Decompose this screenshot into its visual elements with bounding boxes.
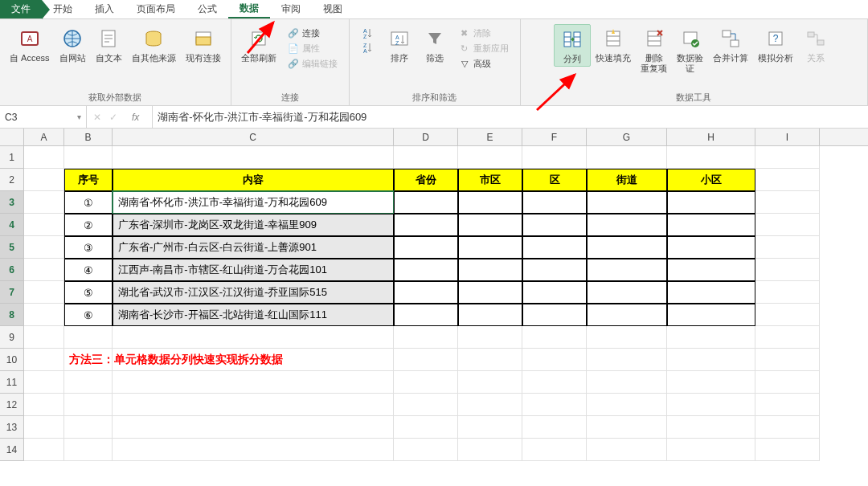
table-cell-content[interactable]: 湖北省-武汉市-江汉区-江汉街道-乔亚国际515 (113, 281, 394, 304)
cell[interactable] (587, 146, 667, 169)
table-cell[interactable] (458, 281, 522, 304)
cell[interactable] (755, 236, 820, 259)
table-cell[interactable] (458, 304, 522, 326)
cell[interactable] (458, 439, 522, 461)
cell[interactable] (24, 236, 64, 259)
cell[interactable] (458, 326, 522, 349)
clear-filter-item[interactable]: ✖清除 (456, 26, 512, 41)
cell[interactable] (64, 146, 113, 169)
cell[interactable] (522, 349, 587, 371)
cell[interactable] (667, 416, 755, 439)
select-all-corner[interactable] (0, 129, 24, 145)
col-header-e[interactable]: E (458, 129, 522, 145)
cell[interactable] (24, 259, 64, 281)
table-cell[interactable] (587, 281, 667, 304)
cell[interactable] (755, 259, 820, 281)
cell[interactable] (394, 371, 458, 394)
table-cell[interactable] (667, 214, 755, 236)
table-cell[interactable] (394, 304, 458, 326)
tab-review[interactable]: 审阅 (270, 0, 312, 18)
relationships-button[interactable]: 关系 (798, 24, 833, 65)
table-cell[interactable] (522, 191, 587, 214)
cell[interactable] (458, 416, 522, 439)
cell[interactable] (587, 439, 667, 461)
sort-button[interactable]: AZ 排序 (382, 24, 417, 65)
from-text-button[interactable]: 自文本 (91, 24, 127, 65)
cell[interactable] (64, 439, 113, 461)
cell[interactable] (24, 349, 64, 371)
cell[interactable] (113, 439, 394, 461)
cell[interactable] (458, 349, 522, 371)
cell[interactable] (24, 304, 64, 326)
cell[interactable] (394, 394, 458, 416)
table-cell-num[interactable]: ⑤ (64, 281, 113, 304)
cell[interactable] (113, 349, 394, 371)
table-cell[interactable] (587, 304, 667, 326)
cell[interactable] (394, 349, 458, 371)
cell[interactable] (64, 371, 113, 394)
table-cell[interactable] (394, 259, 458, 281)
cell[interactable] (458, 146, 522, 169)
cell[interactable] (113, 146, 394, 169)
cancel-icon[interactable]: ✕ (93, 112, 101, 123)
sort-desc-item[interactable]: ZA (358, 40, 379, 55)
table-cell-num[interactable]: ④ (64, 259, 113, 281)
cell[interactable] (587, 394, 667, 416)
cell[interactable] (755, 371, 820, 394)
table-cell[interactable] (667, 259, 755, 281)
cell[interactable] (667, 439, 755, 461)
whatif-button[interactable]: ? 模拟分析 (753, 24, 798, 65)
row-header-4[interactable]: 4 (0, 214, 24, 236)
consolidate-button[interactable]: 合并计算 (708, 24, 753, 65)
table-header-street[interactable]: 街道 (587, 169, 667, 191)
table-cell-content[interactable]: 湖南省-长沙市-开福区-北站街道-红山国际111 (113, 304, 394, 326)
cell[interactable] (587, 349, 667, 371)
cell[interactable] (458, 371, 522, 394)
note-cell[interactable]: 方法三：单元格数据分列快速实现拆分数据 (64, 349, 113, 371)
cell[interactable] (667, 326, 755, 349)
table-header-community[interactable]: 小区 (667, 169, 755, 191)
cell[interactable] (394, 326, 458, 349)
tab-formulas[interactable]: 公式 (186, 0, 228, 18)
refresh-all-button[interactable]: 全部刷新 (236, 24, 281, 65)
table-cell[interactable] (522, 214, 587, 236)
col-header-b[interactable]: B (64, 129, 113, 145)
name-box[interactable]: C3 (0, 106, 87, 128)
table-cell[interactable] (522, 236, 587, 259)
table-header-province[interactable]: 省份 (394, 169, 458, 191)
cell[interactable] (667, 371, 755, 394)
tab-view[interactable]: 视图 (312, 0, 354, 18)
table-cell[interactable] (587, 214, 667, 236)
col-header-a[interactable]: A (24, 129, 64, 145)
table-cell-num[interactable]: ⑥ (64, 304, 113, 326)
cell[interactable] (755, 326, 820, 349)
cell[interactable] (113, 394, 394, 416)
cell[interactable] (755, 394, 820, 416)
col-header-h[interactable]: H (667, 129, 755, 145)
table-cell[interactable] (458, 191, 522, 214)
fx-icon[interactable]: fx (125, 112, 145, 123)
table-cell-num[interactable]: ① (64, 191, 113, 214)
cell[interactable] (587, 371, 667, 394)
advanced-item[interactable]: ▽高级 (456, 56, 512, 71)
data-validation-button[interactable]: 数据验 证 (672, 24, 708, 76)
cell[interactable] (755, 214, 820, 236)
table-cell[interactable] (394, 281, 458, 304)
cell[interactable] (64, 326, 113, 349)
cell[interactable] (755, 416, 820, 439)
row-header-14[interactable]: 14 (0, 439, 24, 461)
properties-item[interactable]: 📄属性 (285, 41, 341, 56)
cell[interactable] (755, 146, 820, 169)
cell[interactable] (113, 416, 394, 439)
table-cell[interactable] (458, 259, 522, 281)
enter-icon[interactable]: ✓ (109, 112, 117, 123)
table-cell-content[interactable]: 广东省-深圳市-龙岗区-双龙街道-幸福里909 (113, 214, 394, 236)
cell[interactable] (24, 394, 64, 416)
row-header-5[interactable]: 5 (0, 236, 24, 259)
col-header-d[interactable]: D (394, 129, 458, 145)
filter-button[interactable]: 筛选 (417, 24, 452, 65)
formula-input[interactable]: 湖南省-怀化市-洪江市-幸福街道-万和花园609 (153, 106, 868, 128)
row-header-6[interactable]: 6 (0, 259, 24, 281)
cell[interactable] (24, 439, 64, 461)
table-cell-content[interactable]: 湖南省-怀化市-洪江市-幸福街道-万和花园609 (113, 191, 394, 214)
